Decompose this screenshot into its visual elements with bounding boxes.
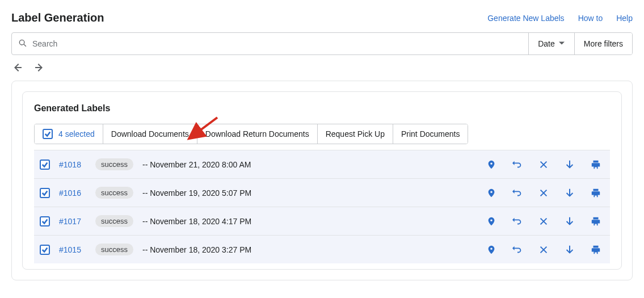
status-badge: success xyxy=(95,215,133,227)
location-pin-icon[interactable] xyxy=(486,245,496,255)
order-id-link[interactable]: #1016 xyxy=(59,188,86,198)
chevron-down-icon xyxy=(558,39,565,48)
print-icon[interactable] xyxy=(591,216,601,226)
row-checkbox[interactable] xyxy=(40,160,50,170)
status-badge: success xyxy=(95,244,133,255)
selected-count-label: 4 selected xyxy=(58,129,95,138)
cancel-icon[interactable] xyxy=(538,245,549,255)
date-filter-button[interactable]: Date xyxy=(528,33,574,54)
row-actions xyxy=(486,216,604,226)
order-id-link[interactable]: #1015 xyxy=(59,245,86,254)
check-icon xyxy=(41,161,48,168)
row-datetime: -- November 18, 2020 4:17 PM xyxy=(142,217,477,226)
table-row: #1017success-- November 18, 2020 4:17 PM xyxy=(34,207,610,235)
row-checkbox[interactable] xyxy=(40,245,50,255)
help-link[interactable]: Help xyxy=(616,14,633,23)
prev-page-icon[interactable] xyxy=(11,62,23,75)
order-id-link[interactable]: #1018 xyxy=(59,160,86,169)
print-icon[interactable] xyxy=(591,245,601,255)
row-datetime: -- November 21, 2020 8:00 AM xyxy=(142,160,477,169)
table-row: #1015success-- November 18, 2020 3:27 PM xyxy=(34,235,610,263)
cancel-icon[interactable] xyxy=(538,188,549,198)
how-to-link[interactable]: How to xyxy=(578,14,603,23)
request-pickup-button[interactable]: Request Pick Up xyxy=(318,124,393,144)
row-datetime: -- November 19, 2020 5:07 PM xyxy=(142,188,477,198)
select-all-checkbox[interactable] xyxy=(43,129,53,139)
pager xyxy=(0,62,644,81)
return-icon[interactable] xyxy=(512,216,523,226)
filter-bar: Date More filters xyxy=(11,32,633,55)
check-icon xyxy=(41,218,48,225)
table-row: #1018success-- November 21, 2020 8:00 AM xyxy=(34,150,610,178)
date-filter-label: Date xyxy=(538,39,555,48)
page-header: Label Generation Generate New Labels How… xyxy=(0,0,644,32)
print-documents-button[interactable]: Print Documents xyxy=(393,124,468,144)
row-datetime: -- November 18, 2020 3:27 PM xyxy=(142,245,477,254)
check-icon xyxy=(44,131,51,137)
search-input[interactable] xyxy=(32,39,523,48)
download-icon[interactable] xyxy=(565,188,575,198)
header-links: Generate New Labels How to Help xyxy=(487,14,633,23)
download-documents-button[interactable]: Download Documents xyxy=(103,124,197,144)
generated-labels-title: Generated Labels xyxy=(34,103,610,114)
label-rows: #1018success-- November 21, 2020 8:00 AM… xyxy=(34,150,610,263)
download-return-documents-button[interactable]: Download Return Documents xyxy=(197,124,318,144)
download-icon[interactable] xyxy=(565,160,575,170)
location-pin-icon[interactable] xyxy=(486,188,496,198)
return-icon[interactable] xyxy=(512,245,523,255)
download-icon[interactable] xyxy=(565,216,575,226)
cancel-icon[interactable] xyxy=(538,160,549,170)
search-wrap xyxy=(12,33,528,54)
generated-labels-card: Generated Labels 4 selected Download Doc… xyxy=(22,91,622,270)
return-icon[interactable] xyxy=(512,160,523,170)
page-title: Label Generation xyxy=(11,11,104,24)
cancel-icon[interactable] xyxy=(538,216,549,226)
row-actions xyxy=(486,160,604,170)
search-icon xyxy=(18,38,28,50)
order-id-link[interactable]: #1017 xyxy=(59,217,86,226)
row-checkbox[interactable] xyxy=(40,188,50,198)
check-icon xyxy=(41,246,48,253)
return-icon[interactable] xyxy=(512,188,523,198)
generate-new-labels-link[interactable]: Generate New Labels xyxy=(487,14,564,23)
status-badge: success xyxy=(95,158,133,170)
table-row: #1016success-- November 19, 2020 5:07 PM xyxy=(34,178,610,207)
more-filters-button[interactable]: More filters xyxy=(574,33,632,54)
status-badge: success xyxy=(95,187,133,199)
print-icon[interactable] xyxy=(591,160,601,170)
select-all-cell[interactable]: 4 selected xyxy=(35,124,103,144)
location-pin-icon[interactable] xyxy=(486,160,496,170)
next-page-icon[interactable] xyxy=(34,62,45,75)
row-actions xyxy=(486,188,604,198)
row-checkbox[interactable] xyxy=(40,216,50,226)
print-icon[interactable] xyxy=(591,188,601,198)
location-pin-icon[interactable] xyxy=(486,216,496,226)
bulk-action-bar: 4 selected Download Documents Download R… xyxy=(34,124,468,144)
card-outer: Generated Labels 4 selected Download Doc… xyxy=(11,81,633,280)
download-icon[interactable] xyxy=(565,245,575,255)
check-icon xyxy=(41,190,48,196)
row-actions xyxy=(486,245,604,255)
